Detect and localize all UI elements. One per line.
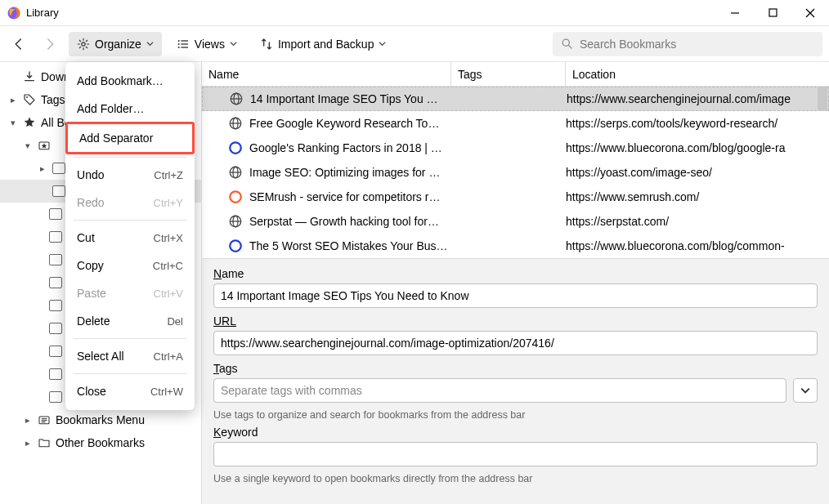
menu-add-separator[interactable]: Add Separator (68, 124, 192, 152)
svg-rect-2 (769, 9, 777, 16)
menu-add-bookmark[interactable]: Add Bookmark… (65, 67, 195, 95)
chevron-right-icon: ▸ (23, 415, 33, 426)
bookmark-location: https://www.bluecorona.com/blog/google-r… (566, 141, 829, 154)
menu-close[interactable]: CloseCtrl+W (65, 377, 195, 405)
bookmark-name: 14 Important Image SEO Tips You … (250, 92, 438, 105)
svg-point-11 (177, 47, 179, 48)
bookmark-folder-icon (38, 139, 51, 152)
keyword-label: Keyword (213, 426, 258, 439)
menu-cut[interactable]: CutCtrl+X (65, 224, 195, 252)
menu-add-folder[interactable]: Add Folder… (65, 95, 195, 123)
chevron-right-icon: ▸ (38, 163, 47, 174)
bookmark-name: Image SEO: Optimizing images for … (249, 166, 440, 179)
tags-field[interactable]: Separate tags with commas (213, 378, 786, 403)
folder-icon (49, 346, 62, 357)
menu-paste: PasteCtrl+V (65, 279, 195, 307)
bookmark-location: https://www.searchenginejournal.com/imag… (567, 92, 828, 105)
favicon-icon (228, 190, 243, 204)
chevron-right-icon: ▸ (8, 95, 18, 105)
bookmark-name: Serpstat — Growth hacking tool for… (249, 215, 439, 228)
svg-point-26 (230, 142, 241, 154)
keyword-field[interactable] (213, 442, 818, 466)
import-label: Import and Backup (278, 38, 374, 51)
menu-separator (74, 373, 186, 374)
column-tags[interactable]: Tags (451, 62, 566, 86)
column-location[interactable]: Location (566, 62, 829, 86)
sidebar-item-other-bookmarks[interactable]: ▸ Other Bookmarks (0, 431, 201, 454)
svg-point-10 (177, 43, 179, 45)
name-field[interactable]: 14 Important Image SEO Tips You Need to … (213, 283, 818, 308)
keyword-hint: Use a single keyword to open bookmarks d… (213, 473, 818, 484)
menu-copy[interactable]: CopyCtrl+C (65, 252, 195, 279)
forward-button[interactable] (38, 32, 62, 56)
chevron-down-icon (146, 40, 154, 47)
search-placeholder: Search Bookmarks (580, 38, 676, 51)
organize-button[interactable]: Organize (69, 32, 162, 56)
titlebar: Library (0, 0, 829, 26)
url-field[interactable]: https://www.searchenginejournal.com/imag… (213, 331, 818, 355)
folder-icon (49, 323, 62, 334)
table-row[interactable]: Serpstat — Growth hacking tool for…https… (202, 209, 829, 234)
sidebar-item-bookmarks-menu[interactable]: ▸ Bookmarks Menu (0, 408, 201, 431)
menu-select-all[interactable]: Select AllCtrl+A (65, 342, 195, 370)
tags-expand-button[interactable] (793, 378, 818, 403)
views-label: Views (195, 38, 225, 51)
folder-icon (52, 163, 65, 174)
maximize-button[interactable] (754, 0, 791, 26)
folder-menu-icon (38, 413, 51, 426)
svg-point-14 (26, 96, 28, 98)
search-input[interactable]: Search Bookmarks (553, 32, 822, 56)
menu-undo[interactable]: UndoCtrl+Z (65, 161, 195, 189)
column-headers: Name Tags Location (202, 62, 829, 87)
menu-delete[interactable]: DeleteDel (65, 307, 195, 335)
svg-point-34 (230, 240, 241, 252)
name-label: Name (213, 267, 244, 280)
table-row[interactable]: 14 Important Image SEO Tips You …https:/… (202, 87, 829, 111)
bookmark-location: https://serpstat.com/ (566, 215, 829, 228)
menu-separator (74, 338, 186, 339)
import-backup-button[interactable]: Import and Backup (252, 32, 395, 56)
views-button[interactable]: Views (168, 32, 245, 56)
favicon-icon (228, 214, 243, 229)
table-row[interactable]: Image SEO: Optimizing images for …https:… (202, 160, 829, 185)
close-button[interactable] (791, 0, 829, 26)
back-button[interactable] (7, 32, 31, 56)
table-row[interactable]: Google's Ranking Factors in 2018 | …http… (202, 136, 829, 160)
chevron-down-icon (379, 40, 386, 47)
detail-pane: Name 14 Important Image SEO Tips You Nee… (202, 258, 829, 504)
bookmark-location: https://yoast.com/image-seo/ (566, 166, 829, 179)
scrollbar-thumb[interactable] (818, 87, 827, 111)
tags-label: Tags (213, 362, 238, 375)
chevron-down-icon: ▾ (23, 140, 33, 151)
folder-icon (49, 300, 62, 311)
gear-icon (77, 38, 90, 51)
window-title: Library (26, 7, 716, 19)
favicon-icon (228, 165, 243, 180)
folder-icon (49, 254, 62, 265)
bookmark-list: 14 Important Image SEO Tips You …https:/… (202, 87, 829, 258)
chevron-down-icon: ▾ (8, 118, 18, 128)
folder-icon (49, 231, 62, 243)
table-row[interactable]: SEMrush - service for competitors r…http… (202, 185, 829, 209)
svg-point-9 (177, 40, 179, 42)
chevron-right-icon: ▸ (23, 438, 33, 448)
list-icon (177, 38, 190, 51)
menu-separator (74, 220, 186, 221)
table-row[interactable]: Free Google Keyword Research To…https://… (202, 111, 829, 136)
table-row[interactable]: The 5 Worst SEO Mistakes Your Bus…https:… (202, 234, 829, 258)
chevron-down-icon (800, 386, 810, 395)
organize-menu: Add Bookmark… Add Folder… Add Separator … (65, 62, 195, 410)
folder-icon (49, 277, 62, 288)
column-name[interactable]: Name (202, 62, 451, 86)
bookmark-name: Free Google Keyword Research To… (249, 117, 439, 130)
firefox-icon (7, 6, 21, 20)
search-icon (561, 38, 573, 50)
svg-point-5 (82, 42, 85, 45)
svg-line-13 (568, 45, 571, 48)
url-label: URL (213, 314, 236, 328)
bookmark-location: https://www.semrush.com/ (566, 190, 829, 203)
favicon-icon (228, 239, 243, 253)
minimize-button[interactable] (716, 0, 754, 26)
tags-hint: Use tags to organize and search for book… (213, 409, 818, 421)
download-icon (23, 70, 36, 83)
